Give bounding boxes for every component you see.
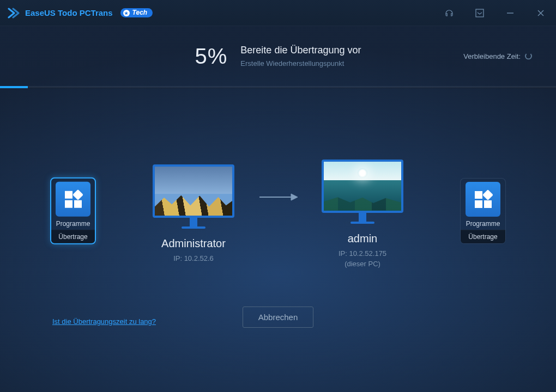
app-logo: EaseUS Todo PCTrans Tech [8, 7, 153, 20]
app-name: EaseUS Todo PCTrans [25, 8, 113, 17]
source-category-status: Übertrage [51, 230, 95, 243]
transfer-center: Administrator IP: 10.2.52.6 admin IP: 10… [153, 160, 403, 268]
footer: Ist die Übertragungszeit zu lang? Abbrec… [0, 307, 556, 328]
progress-title: Bereite die Übertragung vor [240, 45, 361, 56]
apps-icon [466, 182, 500, 217]
apps-icon [56, 182, 90, 217]
close-button[interactable] [533, 5, 548, 21]
source-category-card[interactable]: Programme Übertrage [50, 177, 96, 244]
dest-category-card[interactable]: Programme Übertrage [460, 178, 506, 244]
arrow-right-icon [258, 192, 298, 202]
progress-header: 5% Bereite die Übertragung vor Erstelle … [0, 26, 556, 86]
dest-pc-ip: IP: 10.2.52.175 [339, 249, 386, 258]
window-controls [442, 5, 548, 21]
dest-pc: admin IP: 10.2.52.175 (dieser PC) [322, 160, 403, 268]
remaining-time: Verbleibende Zeit: [463, 52, 532, 60]
help-link[interactable]: Ist die Übertragungszeit zu lang? [52, 317, 156, 326]
source-pc-name: Administrator [161, 237, 226, 250]
svg-rect-0 [476, 9, 484, 17]
progress-texts: Bereite die Übertragung vor Erstelle Wie… [240, 45, 361, 68]
dest-pc-name: admin [348, 232, 377, 245]
cancel-button[interactable]: Abbrechen [243, 307, 314, 328]
minimize-button[interactable] [503, 5, 518, 21]
dest-category-label: Programme [463, 220, 503, 228]
source-pc-ip: IP: 10.2.52.6 [173, 254, 214, 262]
svg-marker-5 [291, 194, 298, 200]
dest-category-status: Übertrage [461, 230, 505, 243]
dest-monitor-icon [322, 160, 403, 213]
edition-badge: Tech [120, 8, 153, 17]
dest-pc-note: (dieser PC) [345, 260, 380, 268]
spinner-icon [525, 53, 532, 60]
support-icon[interactable] [442, 5, 457, 21]
titlebar: EaseUS Todo PCTrans Tech [0, 0, 556, 26]
progress-subtitle: Erstelle Wiederherstellungspunkt [240, 59, 361, 68]
source-pc: Administrator IP: 10.2.52.6 [153, 164, 234, 262]
remaining-time-label: Verbleibende Zeit: [463, 52, 521, 60]
progress-percent: 5% [195, 44, 228, 69]
menu-dropdown-icon[interactable] [472, 5, 487, 21]
transfer-stage: Programme Übertrage Programme Übertrage … [0, 88, 556, 350]
logo-icon [8, 7, 21, 20]
source-monitor-icon [153, 164, 234, 218]
source-category-label: Programme [53, 220, 93, 228]
